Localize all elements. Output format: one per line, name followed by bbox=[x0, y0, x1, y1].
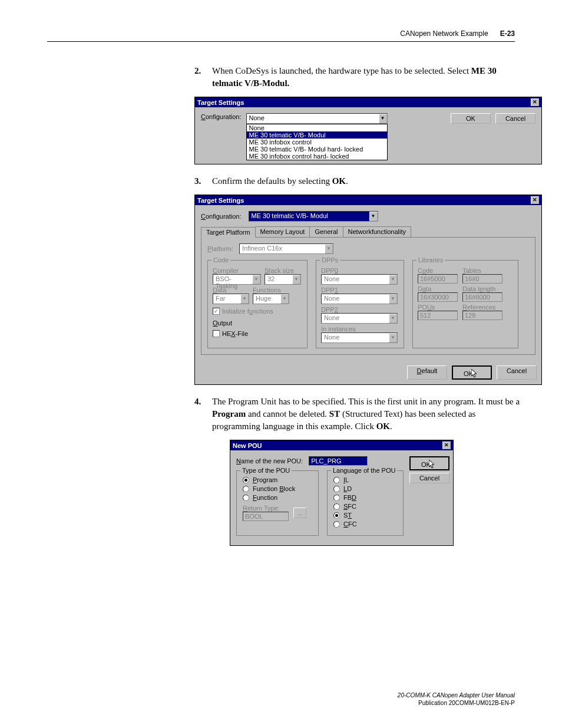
step-3-text-b: . bbox=[346, 176, 348, 186]
cursor-icon bbox=[429, 460, 436, 469]
target-settings-dialog-2: Target Settings ✕ Configuration: ME 30 t… bbox=[194, 195, 542, 385]
lib-tables-value: 16#0 bbox=[462, 274, 503, 284]
chevron-down-icon: ▼ bbox=[292, 275, 300, 284]
dpp2-label: DPP2 bbox=[321, 306, 399, 313]
config-option-me30-infobox[interactable]: ME 30 infobox control bbox=[247, 139, 387, 146]
cancel-button[interactable]: Cancel bbox=[495, 113, 535, 124]
radio-function-block[interactable]: Function Block bbox=[243, 485, 312, 492]
radio-icon bbox=[333, 486, 340, 492]
radio-sfc-label: SFC bbox=[343, 503, 356, 510]
dlg2-title: Target Settings bbox=[197, 197, 244, 204]
close-icon[interactable]: ✕ bbox=[531, 196, 539, 204]
in-instances-label: In instances bbox=[321, 325, 399, 332]
step-4-end: . bbox=[390, 421, 392, 431]
radio-function[interactable]: Function bbox=[243, 494, 312, 501]
step-4-number: 4. bbox=[194, 396, 212, 433]
ok-button[interactable]: OK bbox=[409, 456, 449, 470]
code-group-title: Code bbox=[211, 256, 230, 263]
step-3-text: Confirm the defaults by selecting OK. bbox=[212, 175, 521, 187]
pou-name-input[interactable]: PLC_PRG bbox=[309, 456, 368, 466]
config-option-me30-infobox-locked[interactable]: ME 30 infobox control hard- locked bbox=[247, 153, 387, 160]
functions-dropdown: Huge▼ bbox=[253, 294, 289, 304]
dpps-group: DPPs DPP0 None▼ DPP1 None▼ DPP2 None▼ In… bbox=[316, 260, 404, 348]
step-3-number: 3. bbox=[194, 175, 212, 187]
chevron-down-icon: ▼ bbox=[389, 275, 397, 284]
default-button[interactable]: Default bbox=[407, 365, 447, 380]
lib-pous-value: 512 bbox=[418, 311, 458, 320]
radio-icon bbox=[333, 477, 340, 483]
radio-fbd[interactable]: FBD bbox=[333, 494, 397, 501]
checkbox-icon[interactable] bbox=[213, 330, 220, 337]
radio-cfc[interactable]: CFC bbox=[333, 521, 397, 528]
lib-references-label: References bbox=[462, 304, 503, 311]
dpp0-dropdown: None▼ bbox=[321, 274, 398, 285]
new-pou-dialog: New POU ✕ Name of the new POU: PLC_PRG T… bbox=[230, 440, 454, 546]
dlg1-titlebar: Target Settings ✕ bbox=[195, 97, 541, 107]
compiler-dropdown: BSO-Tasking▼ bbox=[213, 274, 261, 285]
configuration-selected: ME 30 telmatic V/B- Modul bbox=[249, 212, 369, 221]
radio-sfc[interactable]: SFC bbox=[333, 503, 397, 510]
radio-icon bbox=[333, 512, 340, 519]
step-4-text: The Program Unit has to be specified. Th… bbox=[212, 396, 521, 433]
in-instances-dropdown: None▼ bbox=[321, 332, 398, 343]
lib-data-length-label: Data length bbox=[462, 285, 503, 292]
configuration-dropdown[interactable]: ME 30 telmatic V/B- Modul ▼ bbox=[249, 211, 378, 222]
cancel-button[interactable]: Cancel bbox=[497, 365, 537, 380]
radio-st[interactable]: ST bbox=[333, 512, 397, 519]
compiler-value: BSO-Tasking bbox=[213, 275, 252, 284]
return-type-label: Return Type: bbox=[243, 505, 280, 512]
output-label: Output bbox=[213, 319, 302, 327]
radio-st-label: ST bbox=[343, 512, 352, 519]
radio-il[interactable]: IL bbox=[333, 476, 397, 483]
radio-program[interactable]: Program bbox=[243, 476, 312, 483]
step-4-bold-st: ST bbox=[329, 409, 340, 419]
radio-ld[interactable]: LD bbox=[333, 485, 397, 492]
tab-networkfunctionality[interactable]: Networkfunctionality bbox=[343, 226, 411, 237]
tab-general[interactable]: General bbox=[309, 226, 343, 237]
dpp2-dropdown: None▼ bbox=[321, 313, 398, 324]
chevron-down-icon: ▼ bbox=[389, 314, 397, 323]
step-3-bold: OK bbox=[332, 176, 346, 186]
config-option-me30-vb-modul[interactable]: ME 30 telmatic V/B- Modul bbox=[247, 131, 387, 139]
chevron-down-icon[interactable]: ▼ bbox=[369, 212, 378, 221]
radio-icon bbox=[333, 521, 340, 528]
ok-button[interactable]: OK bbox=[452, 365, 492, 380]
libraries-group-title: Libraries bbox=[416, 256, 445, 263]
lib-references-value: 128 bbox=[462, 311, 503, 320]
chevron-down-icon: ▼ bbox=[280, 294, 289, 304]
configuration-dropdown[interactable]: None ▼ bbox=[246, 113, 388, 124]
close-icon[interactable]: ✕ bbox=[442, 442, 451, 449]
config-option-me30-vb-locked[interactable]: ME 30 telmatic V/B- Modul hard- locked bbox=[247, 146, 387, 153]
dpp1-label: DPP1 bbox=[321, 286, 399, 294]
config-option-none[interactable]: None bbox=[247, 124, 387, 131]
step-4-mid1: and cannot be deleted. bbox=[246, 409, 329, 419]
cursor-icon bbox=[471, 369, 478, 378]
platform-dropdown: Infineon C16x ▼ bbox=[239, 243, 333, 254]
close-icon[interactable]: ✕ bbox=[531, 98, 539, 106]
tabs: Target Platform Memory Layout General Ne… bbox=[201, 226, 535, 238]
data-value: Far bbox=[213, 294, 240, 304]
radio-fn-label: Function bbox=[253, 494, 277, 501]
dlg2-titlebar: Target Settings ✕ bbox=[195, 195, 541, 205]
functions-label: Functions bbox=[253, 286, 289, 294]
language-of-pou-title: Language of the POU bbox=[331, 467, 397, 474]
stack-size-value: 32 bbox=[265, 275, 292, 284]
initialize-functions-label: Initialize functions bbox=[222, 308, 273, 315]
chevron-down-icon[interactable]: ▼ bbox=[379, 114, 387, 123]
tab-memory-layout[interactable]: Memory Layout bbox=[255, 226, 310, 237]
lib-data-value: 16#30000 bbox=[418, 292, 458, 302]
tab-target-platform[interactable]: Target Platform bbox=[201, 227, 256, 238]
return-type-value: BOOL bbox=[243, 512, 289, 521]
ok-button[interactable]: OK bbox=[451, 113, 491, 124]
dlg1-title: Target Settings bbox=[197, 99, 244, 106]
data-label: Data bbox=[213, 286, 249, 294]
code-group: Code Compiler BSO-Tasking▼ Stack size 32… bbox=[207, 260, 308, 348]
footer-publication: Publication 20COMM-UM012B-EN-P bbox=[398, 699, 515, 707]
hex-file-checkbox[interactable]: HEX-File bbox=[213, 330, 302, 337]
configuration-selected: None bbox=[247, 114, 379, 123]
radio-fbd-label: FBD bbox=[343, 494, 356, 501]
lib-tables-label: Tables bbox=[462, 267, 503, 274]
cancel-button[interactable]: Cancel bbox=[409, 473, 449, 483]
configuration-dropdown-list[interactable]: None ME 30 telmatic V/B- Modul ME 30 inf… bbox=[246, 124, 388, 160]
radio-icon bbox=[243, 495, 249, 501]
